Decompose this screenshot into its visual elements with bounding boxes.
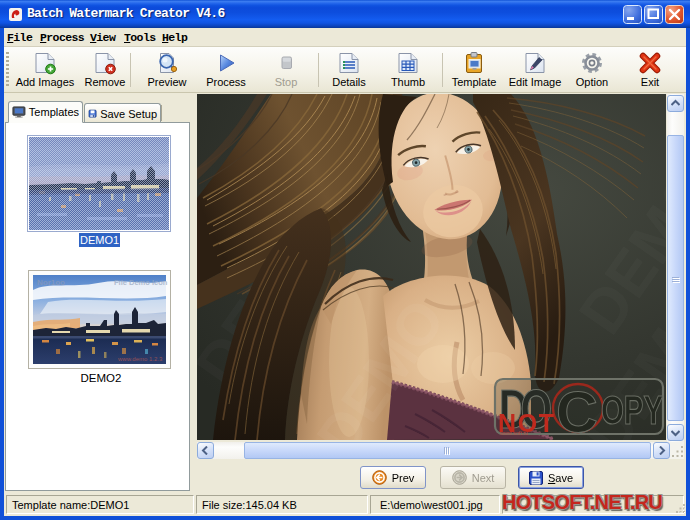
svg-text:Nor1oo: Nor1oo xyxy=(37,278,65,287)
svg-text:OPY: OPY xyxy=(601,387,663,433)
svg-text:www.demo 1.2.3: www.demo 1.2.3 xyxy=(117,356,163,362)
svg-text:www.soft.ru: www.soft.ru xyxy=(499,430,528,436)
svg-text:C: C xyxy=(556,379,598,440)
svg-text:File Demo Icon: File Demo Icon xyxy=(114,278,168,287)
